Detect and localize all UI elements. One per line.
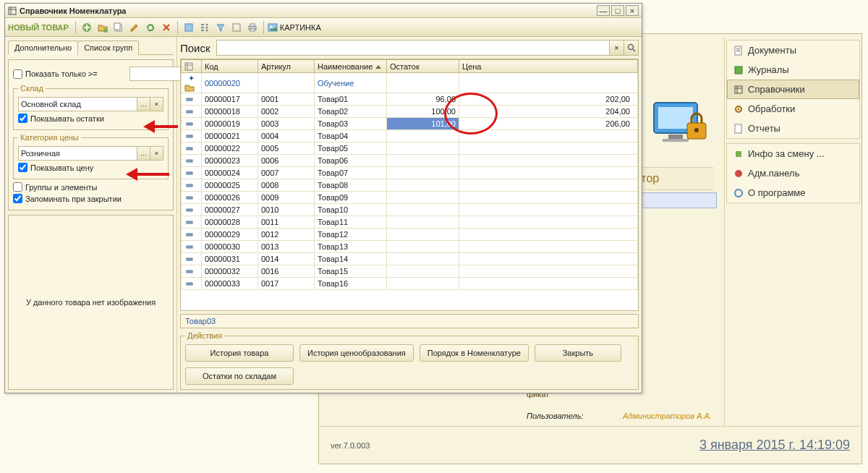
about-icon [733,188,744,198]
order-button[interactable]: Порядок в Номенклатуре [420,344,529,362]
print-icon[interactable] [245,20,260,35]
col-price[interactable]: Цена [459,60,638,73]
table-row[interactable]: 000000260009Товар09 [182,192,638,204]
tab-groups[interactable]: Список групп [77,41,139,55]
nav-shift-info[interactable]: Инфо за смену ... [727,144,859,163]
no-image-box: У данного товара нет изображения [8,215,174,390]
show-only-spin[interactable]: ▲▼ [129,67,169,81]
main-panel: Поиск × Код Артикул Наименование [177,37,642,393]
add-folder-icon[interactable] [95,20,110,35]
table-row[interactable]: 000000170001Товар01 96,00202,00 [182,93,638,106]
add-icon[interactable] [80,20,94,35]
svg-point-30 [628,45,633,50]
table-row[interactable]: 000000190003Товар03 101,00206,00 [182,118,638,130]
table-row[interactable]: 000000230006Товар06 [182,155,638,167]
svg-point-22 [205,26,208,28]
nav-reports[interactable]: Отчеты [727,119,859,138]
svg-rect-38 [187,172,192,174]
pricing-history-button[interactable]: История ценообразования [299,344,414,362]
delete-icon[interactable] [159,20,174,35]
table-row[interactable]: 000000310014Товар14 [182,253,638,265]
close-window-button[interactable]: × [626,5,639,16]
hierarchy-icon[interactable] [197,20,212,35]
table-row[interactable]: 000000280011Товар11 [182,216,638,229]
col-stock[interactable]: Остаток [387,60,459,73]
nav-references[interactable]: Справочники [727,80,859,99]
left-panel: Дополнительно Список групп Показать толь… [5,37,177,393]
price-cat-combo[interactable]: … × [18,146,163,161]
maximize-button[interactable]: □ [611,5,624,16]
tab-additional[interactable]: Дополнительно [8,41,78,55]
settings-icon[interactable] [229,20,244,35]
minimize-button[interactable]: — [597,5,610,16]
warehouse-clear-btn[interactable]: × [150,97,163,111]
table-group-row[interactable]: ✦ 00000020Обучение [182,73,638,93]
svg-rect-8 [735,86,742,93]
show-stock-checkbox[interactable] [18,114,27,123]
warehouse-input[interactable] [18,97,137,111]
price-cat-clear-btn[interactable]: × [150,146,163,161]
price-cat-select-btn[interactable]: … [137,146,150,161]
warehouse-select-btn[interactable]: … [137,97,150,111]
search-go-btn[interactable] [624,40,639,56]
remember-checkbox[interactable] [13,194,22,203]
warehouse-combo[interactable]: … × [18,97,163,111]
table-row[interactable]: 000000220005Товар05 [182,142,638,155]
table-row[interactable]: 000000300013Товар13 [182,241,638,253]
show-only-checkbox[interactable] [13,69,22,79]
nav-admin-panel[interactable]: Адм.панель [727,163,859,183]
svg-point-10 [738,108,740,110]
status-bar: ver.7.0.003 3 января 2015 г. 14:19:09 [319,426,861,464]
show-price-checkbox[interactable] [18,163,27,172]
picture-button[interactable]: КАРТИНКА [268,22,321,33]
table-row[interactable]: 000000210004Товар04 [182,130,638,142]
show-only-label: Показать только >= [25,69,98,78]
search-clear-btn[interactable]: × [610,40,624,56]
nav-journals[interactable]: Журналы [727,60,859,80]
stock-by-warehouse-button[interactable]: Остатки по складам [185,367,294,385]
nav-processing[interactable]: Обработки [727,99,859,119]
edit-icon[interactable] [127,20,142,35]
filter-icon[interactable] [213,20,228,35]
nav-about[interactable]: О программе [727,183,859,203]
warehouse-legend: Склад [18,84,46,93]
price-cat-input[interactable] [18,146,137,161]
svg-rect-40 [187,197,192,199]
nav-documents[interactable]: Документы [727,41,859,60]
table-row[interactable]: 000000250008Товар08 [182,179,638,192]
col-article[interactable]: Артикул [258,60,315,73]
col-icon[interactable] [182,60,202,73]
user-value: Администраторов А.А. [623,412,712,420]
actions-fieldset: Действия История товара История ценообра… [180,331,639,390]
svg-rect-47 [187,283,192,285]
table-row[interactable]: 000000320016Товар15 [182,265,638,278]
search-input[interactable] [216,40,610,56]
table-row[interactable]: 000000240007Товар07 [182,167,638,179]
groups-elements-checkbox[interactable] [13,182,22,192]
svg-rect-3 [663,139,689,142]
close-button[interactable]: Закрыть [535,344,621,362]
table-row[interactable]: 000000330017Товар16 [182,278,638,290]
col-code[interactable]: Код [202,60,258,73]
titlebar[interactable]: Справочник Номенклатура — □ × [5,4,642,18]
show-price-label: Показывать цену [30,163,93,172]
history-button[interactable]: История товара [185,344,294,362]
svg-point-14 [735,189,742,197]
col-name[interactable]: Наименование [315,60,387,73]
groups-elements-label: Группы и элементы [25,183,98,192]
refresh-icon[interactable] [143,20,158,35]
svg-rect-31 [185,63,192,70]
move-icon[interactable] [182,20,196,35]
svg-point-23 [205,29,208,31]
price-category-fieldset: Категория цены … × Показывать цену [13,133,169,179]
admin-icon [733,169,744,179]
table-row[interactable]: 000000180002Товар02 100,00204,00 [182,106,638,118]
copy-icon[interactable] [111,20,126,35]
svg-rect-20 [185,24,192,31]
new-item-label[interactable]: НОВЫЙ ТОВАР [8,23,69,32]
table-row[interactable]: 000000270010Товар10 [182,204,638,216]
items-grid[interactable]: Код Артикул Наименование Остаток Цена ✦ … [180,59,639,311]
svg-rect-11 [735,124,741,133]
svg-rect-43 [187,234,192,236]
table-row[interactable]: 000000290012Товар12 [182,229,638,241]
